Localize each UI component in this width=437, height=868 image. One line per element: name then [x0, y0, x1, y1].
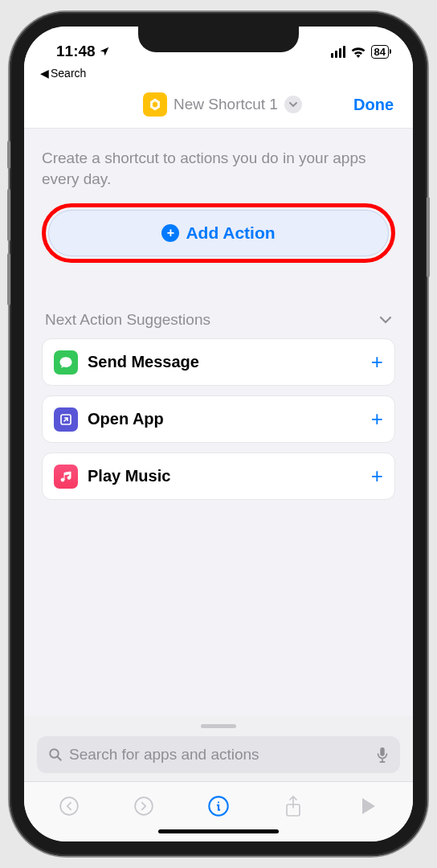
- suggestion-play-music[interactable]: Play Music +: [42, 452, 395, 500]
- redo-button[interactable]: [131, 793, 157, 819]
- search-input[interactable]: Search for apps and actions: [37, 736, 400, 773]
- shortcut-title-dropdown[interactable]: New Shortcut 1: [143, 92, 302, 117]
- share-button[interactable]: [280, 793, 306, 819]
- back-to-search[interactable]: ◀ Search: [24, 67, 413, 84]
- add-suggestion-icon[interactable]: +: [371, 407, 383, 432]
- wifi-icon: [350, 46, 366, 58]
- open-app-icon: [54, 407, 78, 432]
- suggestion-label: Play Music: [88, 467, 361, 485]
- music-icon: [54, 465, 78, 489]
- add-action-label: Add Action: [186, 223, 275, 243]
- suggestions-header[interactable]: Next Action Suggestions: [42, 311, 395, 329]
- search-icon: [48, 747, 63, 762]
- search-placeholder: Search for apps and actions: [69, 746, 370, 764]
- play-button[interactable]: [355, 793, 381, 819]
- suggestion-send-message[interactable]: Send Message +: [42, 338, 395, 386]
- chevron-down-icon: [284, 96, 302, 113]
- add-suggestion-icon[interactable]: +: [371, 464, 383, 489]
- cellular-signal-icon: [331, 46, 345, 58]
- back-chevron-icon: ◀: [40, 67, 49, 80]
- add-suggestion-icon[interactable]: +: [371, 350, 383, 375]
- undo-button[interactable]: [56, 793, 82, 819]
- shortcut-title: New Shortcut 1: [174, 96, 278, 113]
- svg-point-3: [61, 797, 79, 815]
- suggestion-label: Open App: [88, 410, 361, 428]
- chevron-down-icon: [379, 316, 392, 324]
- battery-icon: 84: [371, 45, 389, 59]
- svg-rect-2: [380, 747, 384, 756]
- add-action-highlight: + Add Action: [42, 203, 395, 263]
- done-button[interactable]: Done: [353, 96, 394, 114]
- info-button[interactable]: [206, 793, 231, 819]
- suggestions-title: Next Action Suggestions: [45, 311, 210, 329]
- shortcut-app-icon: [143, 92, 167, 117]
- search-sheet: Search for apps and actions: [24, 716, 413, 781]
- status-time: 11:48: [56, 43, 96, 60]
- svg-point-1: [50, 749, 59, 758]
- suggestion-open-app[interactable]: Open App +: [42, 395, 395, 443]
- message-icon: [54, 350, 78, 375]
- location-icon: [99, 46, 110, 57]
- microphone-icon[interactable]: [376, 747, 389, 763]
- drag-handle[interactable]: [201, 724, 236, 728]
- add-action-button[interactable]: + Add Action: [48, 210, 389, 256]
- suggestion-label: Send Message: [88, 353, 361, 371]
- plus-circle-icon: +: [161, 224, 179, 242]
- navigation-bar: New Shortcut 1 Done: [24, 84, 413, 129]
- intro-text: Create a shortcut to actions you do in y…: [42, 148, 395, 189]
- home-indicator[interactable]: [158, 829, 279, 833]
- svg-point-4: [135, 797, 153, 815]
